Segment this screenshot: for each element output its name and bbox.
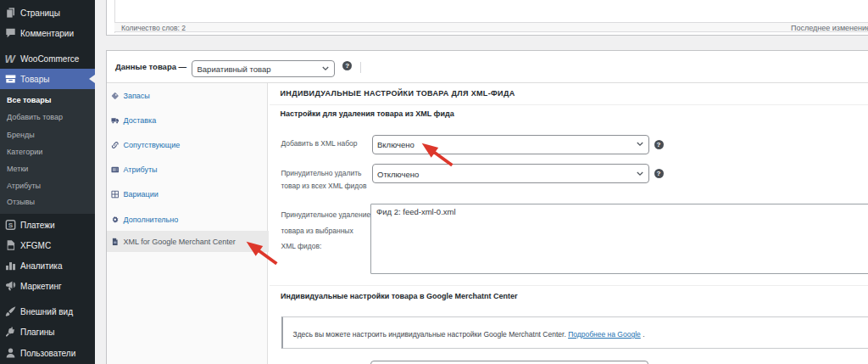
svg-text:S: S: [8, 221, 13, 229]
